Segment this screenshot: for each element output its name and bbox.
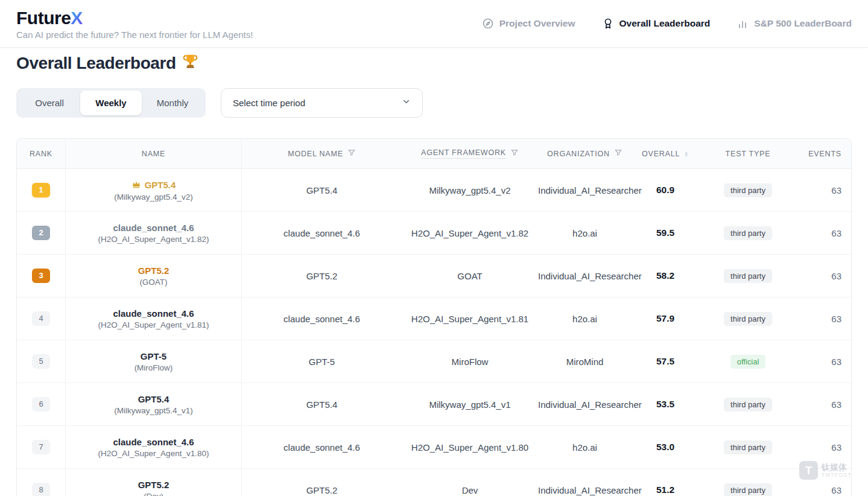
cell-framework: MiroFlow — [402, 340, 538, 383]
watermark-latin-text: TMTPOST — [822, 472, 852, 479]
cell-events: 63 — [797, 297, 852, 340]
agent-name: claude_sonnet_4.6 — [66, 308, 241, 319]
tab-overall[interactable]: Overall — [19, 91, 80, 115]
main-nav: Project Overview Overall Leaderboard S&P… — [482, 17, 852, 30]
cell-framework: Dev — [402, 469, 538, 496]
cell-model: GPT5.2 — [242, 255, 402, 297]
brand-tagline: Can AI predict the future? The next fron… — [16, 30, 253, 40]
cell-overall-score: 57.5 — [632, 340, 699, 383]
cell-model: GPT5.2 — [242, 469, 402, 496]
cell-framework: H2O_AI_Super_Agent_v1.82 — [402, 212, 538, 255]
table-row[interactable]: 3 GPT5.2(GOAT) GPT5.2 GOAT Individual_AI… — [17, 255, 852, 297]
cell-organization: Individual_AI_Researcher — [538, 383, 632, 426]
logo[interactable]: FutureX — [16, 8, 253, 28]
table-row[interactable]: 2 claude_sonnet_4.6(H2O_AI_Super_Agent_v… — [17, 212, 852, 255]
cell-framework: H2O_AI_Super_Agent_v1.80 — [402, 426, 538, 469]
agent-subname: (Milkyway_gpt5.4_v2) — [66, 192, 241, 202]
cell-framework: GOAT — [402, 255, 538, 297]
sort-icon[interactable]: ▲▼ — [684, 151, 689, 157]
tmtpost-logo-icon: T — [799, 461, 818, 480]
cell-organization: h2o.ai — [538, 297, 632, 340]
cell-overall-score: 58.2 — [632, 255, 699, 297]
table-row[interactable]: 4 claude_sonnet_4.6(H2O_AI_Super_Agent_v… — [17, 297, 852, 340]
nav-label: Overall Leaderboard — [619, 18, 711, 29]
agent-name: claude_sonnet_4.6 — [66, 223, 241, 233]
test-type-badge: third party — [724, 183, 772, 197]
rank-badge: 1 — [32, 183, 50, 197]
rank-badge: 2 — [32, 226, 50, 240]
cell-events: 63 — [797, 255, 852, 297]
medal-icon — [602, 17, 614, 30]
test-type-badge: third party — [724, 398, 772, 412]
cell-organization: Individual_AI_Researcher — [538, 169, 632, 212]
cell-events: 63 — [797, 169, 852, 212]
col-header-overall[interactable]: OVERALL▲▼ — [632, 139, 699, 169]
nav-item-overall-leaderboard[interactable]: Overall Leaderboard — [602, 17, 711, 30]
cell-model: claude_sonnet_4.6 — [242, 297, 402, 340]
rank-badge: 7 — [32, 440, 50, 454]
rank-badge: 6 — [32, 397, 50, 412]
col-header-test-type: TEST TYPE — [699, 139, 797, 169]
period-tab-group: Overall Weekly Monthly — [16, 88, 206, 118]
brand-block: FutureX Can AI predict the future? The n… — [16, 7, 253, 40]
agent-name: GPT5.4 — [66, 394, 241, 404]
agent-name: GPT-5 — [66, 351, 241, 361]
agent-subname: (GOAT) — [66, 278, 241, 287]
bar-chart-icon — [737, 17, 749, 30]
top-bar: FutureX Can AI predict the future? The n… — [0, 0, 868, 48]
cell-organization: Individual_AI_Researcher — [538, 469, 632, 496]
cell-events: 63 — [797, 340, 852, 383]
leaderboard-table: RANK NAME MODEL NAME AGENT FRAMEWORK ORG… — [17, 139, 852, 496]
agent-subname: (Dev) — [66, 492, 241, 496]
col-header-name: NAME — [66, 139, 242, 169]
test-type-badge: third party — [724, 440, 772, 454]
rank-badge: 8 — [32, 483, 50, 496]
controls-row: Overall Weekly Monthly Select time perio… — [16, 88, 852, 118]
watermark-cjk-text: 钛媒体 — [822, 463, 852, 472]
rank-badge: 3 — [32, 269, 50, 283]
filter-icon[interactable] — [347, 148, 356, 159]
col-header-model-name[interactable]: MODEL NAME — [242, 139, 402, 169]
nav-label: S&P 500 LeaderBoard — [754, 18, 852, 29]
page-title-text: Overall Leaderboard — [16, 54, 176, 73]
table-row[interactable]: 1 GPT5.4(Milkyway_gpt5.4_v2) GPT5.4 Milk… — [17, 169, 852, 212]
test-type-badge: third party — [724, 226, 772, 240]
nav-item-sp500-leaderboard[interactable]: S&P 500 LeaderBoard — [737, 17, 852, 30]
agent-name: GPT5.4 — [66, 179, 241, 191]
cell-overall-score: 60.9 — [632, 169, 699, 212]
nav-label: Project Overview — [499, 18, 575, 29]
cell-events: 63 — [797, 383, 852, 426]
cell-framework: Milkyway_gpt5.4_v1 — [402, 383, 538, 426]
table-row[interactable]: 5 GPT-5(MiroFlow) GPT-5 MiroFlow MiroMin… — [17, 340, 852, 383]
filter-icon[interactable] — [510, 148, 519, 159]
tmtpost-watermark: T 钛媒体 TMTPOST — [799, 461, 852, 480]
cell-framework: H2O_AI_Super_Agent_v1.81 — [402, 297, 538, 340]
col-header-events: EVENTS — [797, 139, 852, 169]
tab-monthly[interactable]: Monthly — [142, 91, 203, 115]
table-row[interactable]: 8 GPT5.2(Dev) GPT5.2 Dev Individual_AI_R… — [17, 469, 852, 496]
cell-events: 63 — [797, 212, 852, 255]
cell-organization: h2o.ai — [538, 426, 632, 469]
rank-badge: 5 — [32, 354, 50, 369]
table-row[interactable]: 6 GPT5.4(Milkyway_gpt5.4_v1) GPT5.4 Milk… — [17, 383, 852, 426]
col-header-organization[interactable]: ORGANIZATION — [538, 139, 632, 169]
test-type-badge: third party — [724, 312, 772, 326]
nav-item-project-overview[interactable]: Project Overview — [482, 17, 575, 30]
time-period-select[interactable]: Select time period — [221, 88, 423, 118]
cell-overall-score: 59.5 — [632, 212, 699, 255]
select-placeholder: Select time period — [233, 98, 305, 108]
agent-subname: (H2O_AI_Super_Agent_v1.81) — [66, 320, 241, 329]
col-header-agent-framework[interactable]: AGENT FRAMEWORK — [402, 139, 538, 169]
logo-text-x: X — [71, 8, 83, 28]
cell-model: GPT-5 — [242, 340, 402, 383]
cell-overall-score: 53.0 — [632, 426, 699, 469]
tab-weekly[interactable]: Weekly — [80, 91, 142, 115]
table-row[interactable]: 7 claude_sonnet_4.6(H2O_AI_Super_Agent_v… — [17, 426, 852, 469]
page-content: Overall Leaderboard Overall Weekly Month… — [0, 53, 868, 118]
agent-subname: (H2O_AI_Super_Agent_v1.80) — [66, 449, 241, 458]
col-header-rank: RANK — [17, 139, 66, 169]
agent-name: GPT5.2 — [66, 480, 241, 490]
trophy-icon — [182, 53, 198, 74]
filter-icon[interactable] — [614, 148, 622, 159]
cell-organization: Individual_AI_Researcher — [538, 255, 632, 297]
